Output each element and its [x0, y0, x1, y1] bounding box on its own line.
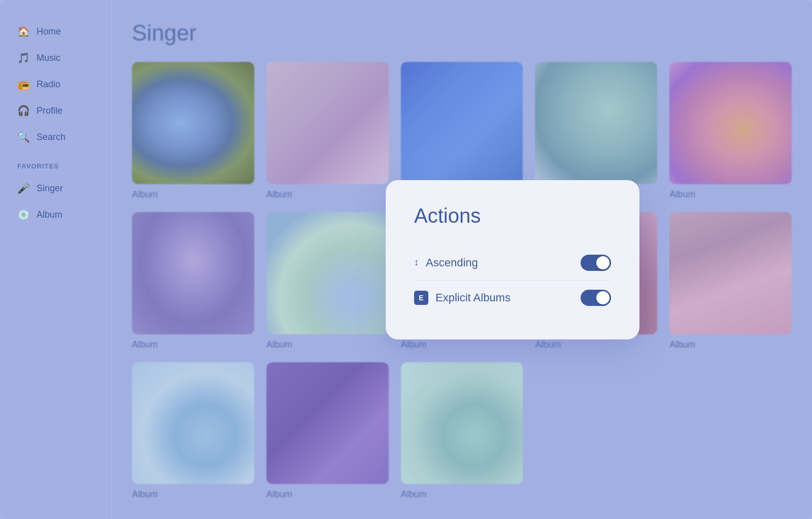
microphone-icon: 🎤 [17, 182, 29, 194]
music-icon: 🎵 [17, 52, 29, 64]
sidebar-item-album-label: Album [37, 210, 62, 220]
ascending-action-row: ↕ Ascending [414, 246, 611, 280]
main-content: Singer AlbumAlbumAlbumAlbumAlbumAlbumAlb… [112, 0, 812, 519]
sidebar-item-album[interactable]: 💿 Album [10, 203, 101, 226]
actions-modal: Actions ↕ Ascending E Explicit Albums [386, 180, 639, 339]
explicit-albums-label: Explicit Albums [435, 291, 511, 304]
sidebar-item-singer-label: Singer [37, 183, 63, 194]
search-icon: 🔍 [17, 131, 29, 143]
explicit-albums-toggle-knob [596, 291, 610, 304]
sidebar-item-music-label: Music [37, 53, 60, 63]
ascending-toggle[interactable] [581, 255, 611, 271]
ascending-label-group: ↕ Ascending [414, 256, 478, 269]
explicit-albums-toggle[interactable] [581, 290, 611, 306]
app-container: 🏠 Home 🎵 Music 📻 Radio 🎧 Profile 🔍 Searc… [0, 0, 812, 519]
ascending-toggle-knob [596, 256, 610, 269]
headphones-icon: 🎧 [17, 105, 29, 117]
sidebar-item-singer[interactable]: 🎤 Singer [10, 177, 101, 199]
sidebar-item-search-label: Search [37, 132, 65, 143]
radio-icon: 📻 [17, 78, 29, 90]
sidebar: 🏠 Home 🎵 Music 📻 Radio 🎧 Profile 🔍 Searc… [0, 0, 112, 519]
sidebar-item-search[interactable]: 🔍 Search [10, 126, 101, 148]
sort-icon: ↕ [414, 257, 419, 268]
disc-icon: 💿 [17, 209, 29, 221]
modal-title: Actions [414, 204, 611, 227]
explicit-label-group: E Explicit Albums [414, 291, 511, 305]
explicit-badge: E [414, 291, 428, 305]
sidebar-item-profile-label: Profile [37, 106, 62, 116]
sidebar-item-music[interactable]: 🎵 Music [10, 47, 101, 69]
sidebar-item-radio-label: Radio [37, 79, 60, 90]
home-icon: 🏠 [17, 25, 29, 38]
sidebar-item-home[interactable]: 🏠 Home [10, 20, 101, 43]
sidebar-item-radio[interactable]: 📻 Radio [10, 73, 101, 95]
explicit-albums-action-row: E Explicit Albums [414, 280, 611, 315]
ascending-label: Ascending [426, 256, 478, 269]
sidebar-item-profile[interactable]: 🎧 Profile [10, 99, 101, 122]
sidebar-item-home-label: Home [37, 26, 61, 37]
favorites-section-label: FAVORITES [10, 152, 101, 173]
